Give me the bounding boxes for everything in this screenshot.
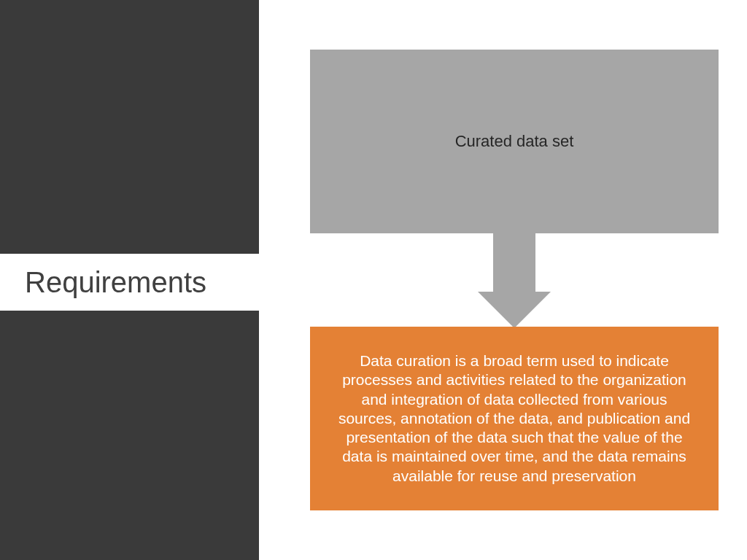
down-arrow-icon xyxy=(478,233,551,335)
slide-title-box: Requirements xyxy=(0,254,279,311)
diagram-top-label: Curated data set xyxy=(455,132,574,151)
diagram-bottom-box: Data curation is a broad term used to in… xyxy=(310,327,719,510)
diagram-bottom-text: Data curation is a broad term used to in… xyxy=(332,351,697,486)
slide-title: Requirements xyxy=(25,266,206,299)
arrow-stem xyxy=(493,233,535,292)
diagram-top-box: Curated data set xyxy=(310,50,719,233)
arrow-head xyxy=(478,292,551,328)
slide: Requirements Curated data set Data curat… xyxy=(0,0,747,560)
